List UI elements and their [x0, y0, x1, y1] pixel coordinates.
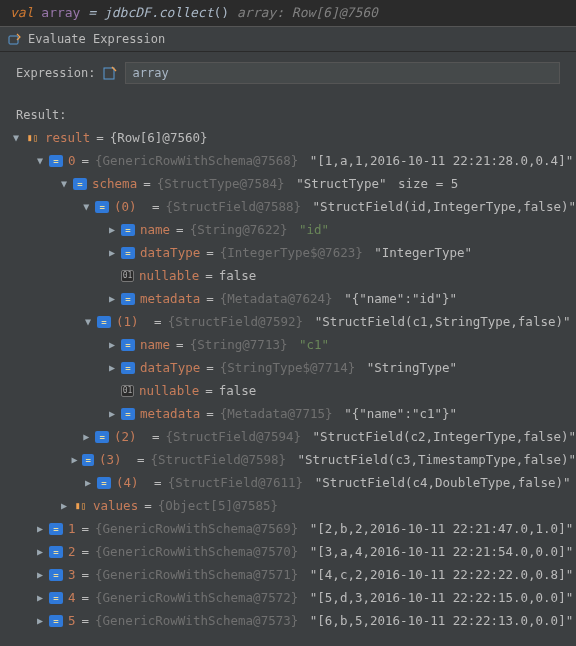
object-icon: =	[97, 477, 111, 489]
result-tree[interactable]: ▮▯ result = {Row[6]@7560} = 0 = {Generic…	[0, 126, 576, 640]
expand-icon[interactable]	[81, 196, 93, 218]
tree-row-field0-name[interactable]: = name = {String@7622} "id"	[8, 218, 576, 241]
node-name: nullable	[139, 265, 199, 287]
expression-input[interactable]	[125, 62, 560, 84]
expression-label: Expression:	[16, 66, 95, 80]
node-index: 2	[68, 541, 76, 563]
tree-row-field1-null[interactable]: 01 nullable = false	[8, 379, 576, 402]
tree-row-root[interactable]: ▮▯ result = {Row[6]@7560}	[8, 126, 576, 149]
tree-row-values[interactable]: ▮▯ values = {Object[5]@7585}	[8, 494, 576, 517]
node-type: {Metadata@7715}	[220, 403, 333, 425]
node-string: "id"	[299, 219, 329, 241]
node-value: {Row[6]@7560}	[110, 127, 208, 149]
node-type: {IntegerType$@7623}	[220, 242, 363, 264]
tree-row-field0[interactable]: = (0) = {StructField@7588} "StructField(…	[8, 195, 576, 218]
tree-row-item3[interactable]: = 3 = {GenericRowWithSchema@7571} "[4,c,…	[8, 563, 576, 586]
equals: =	[154, 472, 162, 494]
node-string: "[1,a,1,2016-10-11 22:21:28.0,0.4]"	[310, 150, 573, 172]
node-string: "c1"	[299, 334, 329, 356]
variable: array	[41, 5, 80, 20]
tree-row-item5[interactable]: = 5 = {GenericRowWithSchema@7573} "[6,b,…	[8, 609, 576, 632]
expand-icon[interactable]	[34, 541, 46, 563]
node-string: "IntegerType"	[374, 242, 472, 264]
object-icon: =	[121, 293, 135, 305]
node-value: false	[219, 265, 257, 287]
tree-row-item4[interactable]: = 4 = {GenericRowWithSchema@7572} "[5,d,…	[8, 586, 576, 609]
equals: =	[82, 518, 90, 540]
expand-icon[interactable]	[34, 150, 46, 172]
tree-row-field0-dt[interactable]: = dataType = {IntegerType$@7623} "Intege…	[8, 241, 576, 264]
tree-row-item1[interactable]: = 1 = {GenericRowWithSchema@7569} "[2,b,…	[8, 517, 576, 540]
expand-icon[interactable]	[106, 219, 118, 241]
tree-row-item0[interactable]: = 0 = {GenericRowWithSchema@7568} "[1,a,…	[8, 149, 576, 172]
equals: =	[206, 403, 214, 425]
tree-row-item2[interactable]: = 2 = {GenericRowWithSchema@7570} "[3,a,…	[8, 540, 576, 563]
expand-icon[interactable]	[106, 357, 118, 379]
node-name: schema	[92, 173, 137, 195]
node-string: "StructField(c2,IntegerType,false)"	[313, 426, 576, 448]
node-type: {StructField@7594}	[166, 426, 301, 448]
node-index: 1	[68, 518, 76, 540]
equals: =	[205, 265, 213, 287]
node-string: "[4,c,2,2016-10-11 22:22:22.0,0.8]"	[310, 564, 573, 586]
object-icon: =	[121, 247, 135, 259]
tree-row-field1[interactable]: = (1) = {StructField@7592} "StructField(…	[8, 310, 576, 333]
assign: = jdbcDF.	[80, 5, 158, 20]
node-index: 4	[68, 587, 76, 609]
editor-code-line: val array = jdbcDF.collect() array: Row[…	[0, 0, 576, 26]
expand-icon[interactable]	[82, 311, 94, 333]
node-index: (0)	[114, 196, 137, 218]
node-name: metadata	[140, 288, 200, 310]
expand-icon[interactable]	[58, 495, 70, 517]
node-type: {GenericRowWithSchema@7568}	[95, 150, 298, 172]
expand-icon[interactable]	[58, 173, 70, 195]
expand-icon[interactable]	[106, 334, 118, 356]
expand-icon[interactable]	[34, 564, 46, 586]
expand-icon[interactable]	[106, 242, 118, 264]
tree-row-schema[interactable]: = schema = {StructType@7584} "StructType…	[8, 172, 576, 195]
equals: =	[152, 196, 160, 218]
expand-icon[interactable]	[34, 610, 46, 632]
tree-row-field0-meta[interactable]: = metadata = {Metadata@7624} "{"name":"i…	[8, 287, 576, 310]
expand-icon[interactable]	[106, 403, 118, 425]
expand-icon[interactable]	[82, 472, 94, 494]
equals: =	[176, 219, 184, 241]
inline-comment: array: Row[6]@7560	[229, 5, 378, 20]
tree-row-field0-null[interactable]: 01 nullable = false	[8, 264, 576, 287]
object-icon: =	[82, 454, 94, 466]
node-string: "StructField(c4,DoubleType,false)"	[315, 472, 571, 494]
node-index: 3	[68, 564, 76, 586]
tree-row-field4[interactable]: = (4) = {StructField@7611} "StructField(…	[8, 471, 576, 494]
object-icon: =	[121, 408, 135, 420]
tree-row-field2[interactable]: = (2) = {StructField@7594} "StructField(…	[8, 425, 576, 448]
object-icon: =	[49, 155, 63, 167]
node-name: dataType	[140, 357, 200, 379]
equals: =	[82, 541, 90, 563]
tree-row-field1-meta[interactable]: = metadata = {Metadata@7715} "{"name":"c…	[8, 402, 576, 425]
equals: =	[82, 150, 90, 172]
node-type: {GenericRowWithSchema@7571}	[95, 564, 298, 586]
expand-icon[interactable]	[69, 449, 79, 471]
tree-row-field1-name[interactable]: = name = {String@7713} "c1"	[8, 333, 576, 356]
object-icon: =	[95, 431, 109, 443]
expand-icon[interactable]	[34, 518, 46, 540]
node-size: size = 5	[398, 173, 458, 195]
node-name: name	[140, 334, 170, 356]
tree-row-field1-dt[interactable]: = dataType = {StringType$@7714} "StringT…	[8, 356, 576, 379]
equals: =	[206, 357, 214, 379]
expand-icon[interactable]	[106, 288, 118, 310]
boolean-icon: 01	[121, 385, 134, 397]
keyword: val	[10, 5, 33, 20]
tree-row-field3[interactable]: = (3) = {StructField@7598} "StructField(…	[8, 448, 576, 471]
boolean-icon: 01	[121, 270, 134, 282]
expand-icon[interactable]	[34, 587, 46, 609]
node-type: {GenericRowWithSchema@7573}	[95, 610, 298, 632]
equals: =	[206, 288, 214, 310]
expand-icon[interactable]	[10, 127, 22, 149]
object-icon: =	[49, 615, 63, 627]
expand-icon[interactable]	[81, 426, 93, 448]
node-string: "[5,d,3,2016-10-11 22:22:15.0,0.0]"	[310, 587, 573, 609]
node-name: dataType	[140, 242, 200, 264]
node-string: "StructField(c3,TimestampType,false)"	[298, 449, 576, 471]
equals: =	[144, 495, 152, 517]
